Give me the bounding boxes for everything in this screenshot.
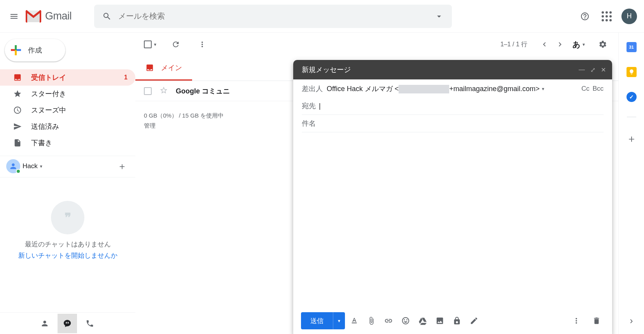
- addons-add-button[interactable]: ＋: [626, 132, 637, 146]
- settings-button[interactable]: [595, 37, 611, 52]
- search-button[interactable]: [98, 7, 116, 25]
- compose-from-value: Office Hack メルマガ <+mailmagazine@gmail.co…: [327, 84, 540, 93]
- compose-body[interactable]: [293, 132, 612, 308]
- lang-label: あ: [572, 39, 580, 50]
- compose-to-row[interactable]: 宛先 |: [302, 97, 604, 115]
- help-icon: [580, 12, 590, 21]
- chat-user-name: Hack: [23, 162, 38, 170]
- header: Gmail H: [0, 0, 644, 33]
- nav-sent[interactable]: 送信済み: [0, 118, 135, 135]
- chevron-right-icon: [556, 40, 564, 49]
- confidential-mode-button[interactable]: [449, 313, 465, 329]
- compose-window: 新規メッセージ — ⤢ ✕ 差出人 Office Hack メルマガ <+mai…: [293, 60, 612, 334]
- clock-icon: [13, 106, 22, 114]
- person-icon: [9, 162, 18, 171]
- send-button[interactable]: 送信 ▼: [301, 312, 345, 329]
- more-vert-icon: [198, 40, 206, 49]
- side-panel: 31 ＋ ›: [618, 33, 644, 334]
- gmail-logo[interactable]: Gmail: [25, 10, 72, 23]
- compose-from-row[interactable]: 差出人 Office Hack メルマガ <+mailmagazine@gmai…: [293, 79, 612, 97]
- send-icon: [13, 122, 22, 131]
- insert-link-button[interactable]: [381, 313, 396, 329]
- compose-close-button[interactable]: ✕: [601, 66, 606, 74]
- nav-inbox-label: 受信トレイ: [31, 73, 66, 82]
- insert-emoji-button[interactable]: [398, 313, 413, 329]
- attach-icon: [367, 316, 376, 325]
- star-outline-icon: [159, 86, 168, 95]
- account-avatar[interactable]: H: [621, 9, 637, 24]
- compose-from-label: 差出人: [302, 84, 323, 93]
- pen-icon: [470, 316, 478, 325]
- lock-clock-icon: [453, 316, 461, 325]
- select-all-checkbox[interactable]: ▼: [144, 40, 157, 48]
- more-button[interactable]: [194, 37, 210, 52]
- footer-tab-hangouts[interactable]: [58, 314, 77, 333]
- insert-photo-button[interactable]: [432, 313, 448, 329]
- mail-star-button[interactable]: [159, 86, 176, 96]
- nav-snoozed[interactable]: スヌーズ中: [0, 102, 135, 118]
- caret-down-icon: ▼: [582, 42, 586, 47]
- compose-subject-row[interactable]: 件名: [302, 115, 604, 132]
- main-menu-button[interactable]: [5, 7, 23, 26]
- search-icon: [102, 12, 112, 21]
- help-button[interactable]: [576, 7, 594, 26]
- search-options-button[interactable]: [430, 7, 448, 25]
- image-icon: [436, 316, 444, 325]
- sidebar-footer: [0, 312, 135, 334]
- nav-drafts[interactable]: 下書き: [0, 135, 135, 151]
- menu-icon: [9, 12, 19, 21]
- nav-snoozed-label: スヌーズ中: [31, 105, 66, 115]
- next-page-button[interactable]: [552, 37, 568, 52]
- sidebar: 作成 受信トレイ 1 スター付き スヌーズ中 送信済み 下書き: [0, 33, 135, 334]
- nav-inbox-count: 1: [124, 74, 128, 81]
- insert-signature-button[interactable]: [466, 313, 482, 329]
- side-panel-collapse-button[interactable]: ›: [630, 315, 633, 326]
- footer-tab-contacts[interactable]: [35, 314, 54, 333]
- hangouts-start-link[interactable]: 新しいチャットを開始しませんか: [0, 251, 135, 260]
- search-input[interactable]: [116, 12, 430, 21]
- compose-fullscreen-button[interactable]: ⤢: [590, 66, 595, 74]
- compose-from-caret-icon[interactable]: ▼: [541, 87, 545, 91]
- divider: [0, 177, 135, 178]
- mail-checkbox[interactable]: [144, 87, 152, 95]
- calendar-addon-button[interactable]: 31: [626, 42, 637, 52]
- nav-sent-label: 送信済み: [31, 122, 59, 131]
- redacted-segment: [399, 85, 449, 93]
- apps-grid-icon: [602, 11, 612, 21]
- compose-subject-placeholder: 件名: [302, 119, 316, 128]
- keep-icon: [628, 69, 635, 75]
- input-language-button[interactable]: あ ▼: [572, 39, 586, 50]
- format-text-button[interactable]: [346, 313, 362, 329]
- phone-icon: [86, 319, 94, 328]
- nav-starred[interactable]: スター付き: [0, 86, 135, 102]
- chat-add-button[interactable]: ＋: [115, 159, 129, 173]
- divider: [627, 117, 636, 117]
- compose-more-button[interactable]: [569, 313, 584, 329]
- link-icon: [384, 316, 393, 325]
- gmail-logo-text: Gmail: [45, 10, 72, 22]
- nav-inbox[interactable]: 受信トレイ 1: [0, 69, 135, 86]
- refresh-button[interactable]: [168, 37, 184, 52]
- send-options-button[interactable]: ▼: [333, 312, 345, 329]
- discard-draft-button[interactable]: [589, 313, 604, 329]
- insert-drive-button[interactable]: [415, 313, 430, 329]
- gmail-m-icon: [25, 10, 42, 23]
- trash-icon: [592, 316, 601, 325]
- tasks-addon-button[interactable]: [626, 92, 637, 102]
- compose-bcc-button[interactable]: Bcc: [593, 85, 604, 93]
- footer-tab-phone[interactable]: [80, 314, 100, 333]
- tab-primary-label: メイン: [161, 63, 182, 72]
- compose-button[interactable]: 作成: [5, 39, 65, 62]
- chat-avatar[interactable]: [6, 159, 20, 173]
- compose-to-label: 宛先: [302, 101, 316, 111]
- attach-file-button[interactable]: [364, 313, 379, 329]
- chat-dropdown-caret[interactable]: ▼: [39, 164, 43, 169]
- compose-minimize-button[interactable]: —: [579, 66, 585, 74]
- compose-cc-button[interactable]: Cc: [581, 85, 590, 93]
- prev-page-button[interactable]: [537, 37, 552, 52]
- refresh-icon: [172, 40, 180, 49]
- tab-primary[interactable]: メイン: [135, 56, 192, 81]
- apps-button[interactable]: [597, 7, 616, 26]
- keep-addon-button[interactable]: [626, 67, 637, 77]
- compose-header[interactable]: 新規メッセージ — ⤢ ✕: [293, 60, 612, 79]
